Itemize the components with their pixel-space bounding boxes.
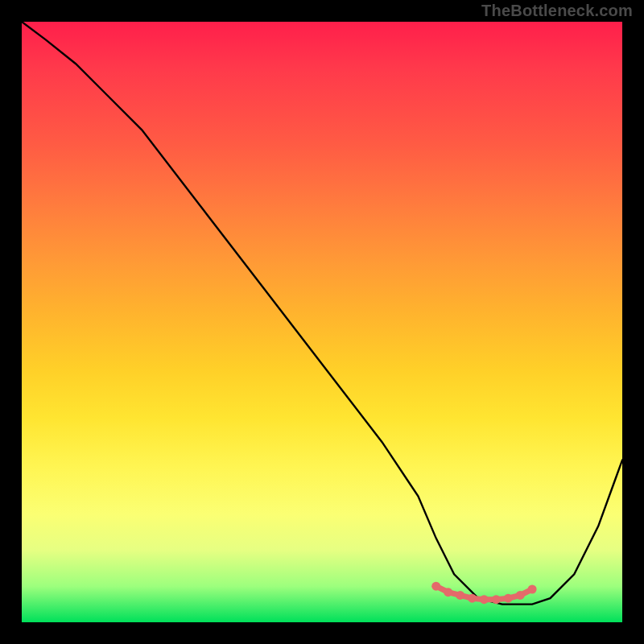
- optimal-band-dot: [504, 594, 513, 603]
- chart-frame: TheBottleneck.com: [0, 0, 644, 644]
- watermark-text: TheBottleneck.com: [481, 2, 633, 20]
- optimal-band-dot: [444, 588, 452, 597]
- optimal-band-dot: [431, 582, 440, 591]
- bottleneck-curve: [22, 22, 622, 605]
- chart-svg: [22, 22, 622, 622]
- optimal-band-dot: [516, 591, 525, 600]
- optimal-band-dot: [492, 595, 501, 604]
- plot-area: [22, 22, 622, 622]
- optimal-band-marker: [431, 582, 536, 605]
- optimal-band-dot: [456, 591, 464, 600]
- optimal-band-dot: [480, 595, 489, 604]
- optimal-band-dot: [528, 585, 537, 594]
- optimal-band-dot: [468, 594, 477, 603]
